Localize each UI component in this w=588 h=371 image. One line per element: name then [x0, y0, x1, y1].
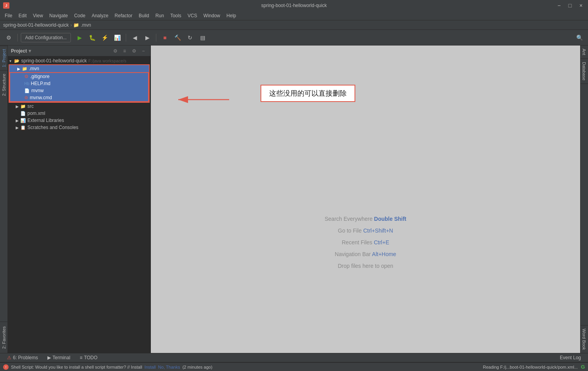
mvnw-label: mvnw: [31, 88, 43, 93]
menu-item-analyze[interactable]: Analyze: [89, 12, 112, 19]
tree-item-gitignore[interactable]: ⚙ .gitignore: [10, 73, 148, 80]
chrome-icon: G: [581, 364, 585, 370]
toolbar-sep-1: [17, 34, 18, 42]
folder-icon: 📁: [73, 22, 79, 28]
bottom-tab-terminal[interactable]: ▶ Terminal: [43, 354, 74, 361]
title-bar: J spring-boot-01-helloworld-quick − □ ×: [0, 0, 588, 11]
bottom-tab-left: ⚠ 6: Problems ▶ Terminal ≡ TODO: [3, 354, 101, 361]
breadcrumb-sep: ›: [70, 22, 72, 28]
project-flatten-icon[interactable]: ≡: [121, 47, 128, 55]
back-button[interactable]: ◀: [129, 32, 140, 43]
help-line-4: Navigation Bar Alt+Home: [325, 251, 407, 257]
profile-button[interactable]: 📊: [112, 32, 123, 43]
pomxml-label: pom.xml: [27, 111, 45, 116]
tree-item-pomxml[interactable]: 📄 pom.xml: [8, 110, 150, 117]
menu-item-help[interactable]: Help: [223, 12, 239, 19]
project-collapse-icon[interactable]: −: [139, 47, 147, 55]
menu-item-build[interactable]: Build: [136, 12, 152, 19]
coverage-button[interactable]: ⚡: [99, 32, 110, 43]
sidebar-item-project[interactable]: 1: Project: [0, 45, 7, 70]
editor-area: 这些没用的可以直接删除 Search Everywhere Double Shi…: [151, 45, 580, 353]
menu-item-refactor[interactable]: Refactor: [112, 12, 136, 19]
menu-bar: FileEditViewNavigateCodeAnalyzeRefactorB…: [0, 11, 588, 20]
tree-item-mvn[interactable]: ▶ 📁 .mvn: [9, 65, 149, 72]
sidebar-tab-ant[interactable]: Ant: [581, 45, 588, 59]
tree-item-src[interactable]: ▶ 📁 src: [8, 103, 150, 110]
debug-button[interactable]: 🐛: [87, 32, 98, 43]
toolbar: ⚙ Add Configuration... ▶ 🐛 ⚡ 📊 ◀ ▶ ■ 🔨 ↻…: [0, 30, 588, 45]
tree-root[interactable]: ▾ 📂 spring-boot-01-helloworld-quick F:/j…: [8, 57, 150, 64]
sidebar-tab-wordbook[interactable]: Word Book: [581, 325, 588, 353]
help-line-3: Recent Files Ctrl+E: [325, 239, 407, 246]
status-nothks[interactable]: No, Thanks: [158, 365, 180, 369]
minimize-button[interactable]: −: [555, 2, 563, 9]
tree-item-mvnw[interactable]: 📄 mvnw: [10, 87, 148, 94]
problems-icon: ⚠: [7, 355, 11, 360]
tree-item-scratches[interactable]: ▶ 📋 Scratches and Consoles: [8, 124, 150, 131]
todo-icon: ≡: [80, 355, 82, 360]
close-button[interactable]: ×: [577, 2, 585, 9]
window-title: spring-boot-01-helloworld-quick: [261, 3, 327, 8]
bottom-tab-problems[interactable]: ⚠ 6: Problems: [3, 354, 42, 361]
tree-item-external-libs[interactable]: ▶ 📊 External Libraries: [8, 117, 150, 124]
menu-item-navigate[interactable]: Navigate: [46, 12, 71, 19]
stop-button[interactable]: ■: [159, 32, 170, 43]
menu-item-view[interactable]: View: [30, 12, 46, 19]
menu-item-code[interactable]: Code: [71, 12, 89, 19]
status-right: Reading F:/j...boot-01-helloworld-quick/…: [483, 364, 585, 370]
tree-item-mvnwcmd[interactable]: ⚙ mvnw.cmd: [10, 94, 148, 101]
project-header-icons: ⚙ ≡ ⚙ −: [111, 47, 147, 55]
project-panel: Project ▾ ⚙ ≡ ⚙ − ▾ 📂 spring-boot-01-hel…: [8, 45, 151, 353]
help-line-1: Search Everywhere Double Shift: [325, 216, 407, 222]
build-button[interactable]: 🔨: [172, 32, 183, 43]
help-line-5: Drop files here to open: [325, 263, 407, 269]
status-problem-icon: !: [3, 364, 9, 370]
bottom-tab-todo[interactable]: ≡ TODO: [76, 354, 101, 361]
annotation-box: 这些没用的可以直接删除: [261, 85, 355, 102]
terminal-icon: ▶: [47, 355, 51, 360]
run-button[interactable]: ▶: [74, 32, 85, 43]
helpmd-label: HELP.md: [31, 81, 51, 86]
terminal-label: Terminal: [52, 355, 70, 360]
tree-item-helpmd[interactable]: Hb HELP.md: [10, 80, 148, 87]
project-gear-icon[interactable]: ⚙: [130, 47, 138, 55]
app-icon: J: [3, 2, 9, 9]
menu-item-vcs[interactable]: VCS: [185, 12, 201, 19]
status-install-link[interactable]: Install: [145, 365, 156, 369]
eventlog-label: Event Log: [560, 355, 581, 360]
title-left: J: [3, 2, 9, 9]
menu-item-edit[interactable]: Edit: [15, 12, 30, 19]
terminal-button[interactable]: ▤: [197, 32, 208, 43]
external-libs-label: External Libraries: [27, 118, 64, 123]
project-dropdown-icon[interactable]: ▾: [29, 48, 31, 54]
gitignore-label: .gitignore: [30, 74, 49, 79]
settings-toolbar-btn[interactable]: ⚙: [3, 32, 14, 43]
menu-item-file[interactable]: File: [2, 12, 15, 19]
status-left: ! Shell Script: Would you like to instal…: [3, 364, 212, 370]
file-tree: ▾ 📂 spring-boot-01-helloworld-quick F:/j…: [8, 56, 150, 353]
project-settings-icon[interactable]: ⚙: [111, 47, 119, 55]
bottom-tab-eventlog[interactable]: Event Log: [556, 354, 585, 361]
mvn-label: .mvn: [29, 66, 39, 71]
forward-button[interactable]: ▶: [142, 32, 153, 43]
sync-button[interactable]: ↻: [185, 32, 195, 43]
sidebar-item-structure[interactable]: 2: Structure: [0, 70, 7, 99]
add-configuration-button[interactable]: Add Configuration...: [21, 33, 71, 42]
shortcut-2: Ctrl+Shift+N: [363, 227, 393, 234]
toolbar-sep-2: [126, 34, 126, 42]
favorites-tab[interactable]: 2: Favorites: [0, 323, 8, 352]
breadcrumb-project[interactable]: spring-boot-01-helloworld-quick: [3, 22, 69, 28]
status-reading: Reading F:/j...boot-01-helloworld-quick/…: [483, 365, 578, 369]
shortcut-4: Alt+Home: [372, 251, 396, 257]
menu-item-run[interactable]: Run: [152, 12, 167, 19]
search-toolbar-button[interactable]: 🔍: [574, 32, 585, 43]
status-timeago: (2 minutes ago): [183, 365, 212, 369]
annotation-chinese-text: 这些没用的可以直接删除: [269, 89, 347, 97]
menu-item-tools[interactable]: Tools: [167, 12, 185, 19]
breadcrumb-folder: 📁 .mvn: [73, 22, 91, 28]
menu-item-window[interactable]: Window: [200, 12, 223, 19]
sidebar-tab-database[interactable]: Database: [581, 59, 588, 84]
breadcrumb-bar: spring-boot-01-helloworld-quick › 📁 .mvn: [0, 20, 588, 30]
maximize-button[interactable]: □: [566, 2, 574, 9]
window-controls: − □ ×: [555, 2, 585, 9]
